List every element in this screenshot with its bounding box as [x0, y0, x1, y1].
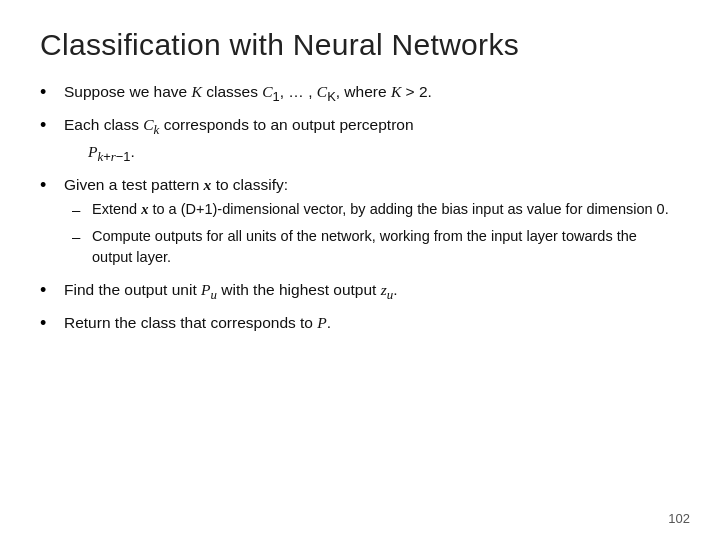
bullet-text: Suppose we have K classes C1, … , CK, wh…	[64, 80, 680, 107]
list-item: • Return the class that corresponds to P…	[40, 311, 680, 336]
list-item: • Suppose we have K classes C1, … , CK, …	[40, 80, 680, 107]
sub-dash: –	[72, 199, 88, 222]
bullet-dot: •	[40, 311, 58, 336]
list-item: • Each class Ck corresponds to an output…	[40, 113, 680, 167]
math-x: x	[204, 176, 212, 193]
bullet-text: Return the class that corresponds to P.	[64, 311, 680, 335]
math-C1: C	[262, 83, 272, 100]
sub-text: Compute outputs for all units of the net…	[92, 226, 680, 268]
math-CK: C	[317, 83, 327, 100]
list-item: – Extend x to a (D+1)-dimensional vector…	[72, 199, 680, 222]
math-Ck: C	[143, 116, 153, 133]
slide: Classification with Neural Networks • Su…	[0, 0, 720, 540]
bullet-dot: •	[40, 278, 58, 303]
sub-text: Extend x to a (D+1)-dimensional vector, …	[92, 199, 680, 220]
math-x2: x	[141, 201, 148, 217]
math-P: P	[317, 314, 326, 331]
math-K2: K	[391, 83, 401, 100]
slide-content: • Suppose we have K classes C1, … , CK, …	[40, 80, 680, 336]
slide-title: Classification with Neural Networks	[40, 28, 680, 62]
math-Pkr: Pk+r−1.	[88, 140, 680, 167]
bullet-dot: •	[40, 173, 58, 198]
main-bullet-list: • Suppose we have K classes C1, … , CK, …	[40, 80, 680, 336]
bullet-dot: •	[40, 80, 58, 105]
bullet-dot: •	[40, 113, 58, 138]
sub-dash: –	[72, 226, 88, 249]
bullet-text: Find the output unit Pu with the highest…	[64, 278, 680, 305]
sub-bullet-list: – Extend x to a (D+1)-dimensional vector…	[64, 199, 680, 268]
page-number: 102	[668, 511, 690, 526]
bullet-text: Each class Ck corresponds to an output p…	[64, 113, 680, 167]
list-item: • Find the output unit Pu with the highe…	[40, 278, 680, 305]
list-item: – Compute outputs for all units of the n…	[72, 226, 680, 268]
math-K: K	[192, 83, 202, 100]
list-item: • Given a test pattern x to classify: – …	[40, 173, 680, 272]
bullet-text: Given a test pattern x to classify: – Ex…	[64, 173, 680, 272]
